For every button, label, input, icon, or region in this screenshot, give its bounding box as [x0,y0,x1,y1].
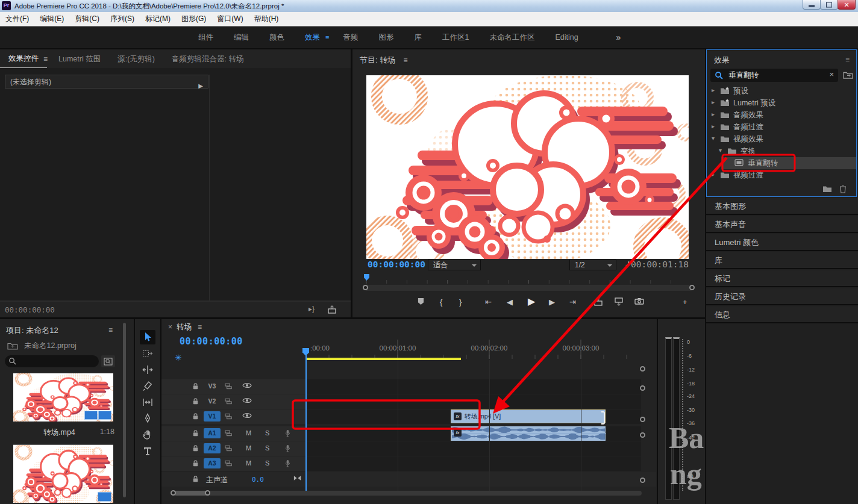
program-timecode[interactable]: 00:00:00:00 [368,260,425,269]
fit-icon[interactable] [293,475,302,481]
workspace-tab-6[interactable]: 库 [404,33,432,43]
track-header-A2[interactable]: A2MS [161,441,305,456]
go-to-in-button[interactable]: ⇤ [485,297,492,306]
workspace-tab-8[interactable]: 未命名工作区 [479,33,545,43]
zoom-handle-right[interactable] [205,490,210,496]
effects-tree-item-垂直翻转[interactable]: 垂直翻转 [707,157,856,169]
twirl-closed-icon[interactable]: ▸ [712,123,715,129]
effects-tree-item-音频效果[interactable]: ▸音频效果 [707,109,856,121]
sync-lock-icon[interactable] [224,459,233,467]
lock-icon[interactable] [192,412,199,420]
track-content-A3[interactable] [306,456,641,471]
lock-icon[interactable] [192,475,199,483]
track-scroll-handle[interactable] [640,366,645,372]
voiceover-mic-icon[interactable] [284,444,291,452]
track-target-A2[interactable]: A2 [204,443,221,453]
track-header-V1[interactable]: V1 [161,409,305,424]
project-breadcrumb[interactable]: 未命名12.prproj [7,341,77,351]
lock-icon[interactable] [192,444,199,452]
type-tool[interactable] [140,444,155,458]
minimize-button[interactable] [803,0,821,10]
sync-lock-icon[interactable] [224,444,233,452]
lock-icon[interactable] [192,429,199,437]
mark-out-button[interactable]: } [459,297,462,306]
panel-menu-icon[interactable]: ≡ [404,56,408,64]
solo-button[interactable]: S [265,429,269,437]
export-frame-icon[interactable] [327,305,337,314]
panel-tab-信息[interactable]: 信息 [706,306,858,323]
no-clip-selected-header[interactable]: (未选择剪辑) ▶ [5,75,208,89]
new-bin-icon[interactable] [822,185,832,193]
workspace-tab-0[interactable]: 组件 [188,33,224,43]
voiceover-mic-icon[interactable] [284,429,291,437]
workspace-tab-5[interactable]: 图形 [368,33,404,43]
effect-controls-tab-0[interactable]: 效果控件 [0,49,47,69]
menu-item-5[interactable]: 图形(G) [176,14,211,24]
track-content-A1[interactable]: fx [306,426,641,441]
project-scrollbar[interactable] [123,323,126,497]
toggle-track-output-icon[interactable] [242,412,252,418]
twirl-closed-icon[interactable]: ▸ [712,87,715,93]
panel-tab-Lumetri 颜色[interactable]: Lumetri 颜色 [706,234,858,251]
slip-tool[interactable] [140,395,155,409]
effects-tree-item-预设[interactable]: ▸预设 [707,85,856,97]
sync-lock-icon[interactable] [224,412,233,420]
timeline-video-clip[interactable]: fx转场.mp4 [V] [451,409,606,423]
selection-tool[interactable] [140,330,155,344]
workspace-tab-1[interactable]: 编辑 [224,33,259,43]
track-content-V1[interactable]: fx转场.mp4 [V] [306,409,641,424]
ripple-edit-tool[interactable] [140,362,155,377]
effects-tree-item-视频过渡[interactable]: ▸视频过渡 [707,169,856,181]
menu-item-0[interactable]: 文件(F) [0,14,34,24]
project-find-button[interactable] [101,355,115,367]
track-content-V3[interactable] [306,379,641,394]
program-video-frame[interactable] [366,75,689,259]
close-button[interactable]: ✕ [838,0,856,10]
effects-search-box[interactable]: × [710,69,838,82]
panel-menu-icon[interactable]: ≡ [108,326,113,334]
twirl-open-icon[interactable]: ▾ [712,135,715,142]
effect-controls-tab-3[interactable]: 音频剪辑混合器: 转场 [163,50,252,68]
panel-menu-icon[interactable]: ≡ [43,55,48,63]
panel-tab-基本声音[interactable]: 基本声音 [706,216,858,233]
panel-menu-icon[interactable]: ≡ [845,55,850,64]
panel-tab-历史记录[interactable]: 历史记录 [706,288,858,305]
project-search-input[interactable] [19,356,94,367]
solo-button[interactable]: S [265,444,269,452]
play-button[interactable]: ▶ [528,296,535,307]
workspace-tab-9[interactable]: Editing [545,33,588,42]
menu-item-3[interactable]: 序列(S) [105,14,140,24]
expand-arrow-icon[interactable]: ▶ [198,79,203,93]
track-scroll-handle[interactable] [640,432,645,438]
step-back-button[interactable]: ◀ [507,297,513,306]
menu-item-7[interactable]: 帮助(H) [249,14,284,24]
go-to-out-button[interactable]: ⇥ [569,297,576,306]
effects-tree-item-音频过渡[interactable]: ▸音频过渡 [707,121,856,133]
twirl-closed-icon[interactable]: ▸ [712,171,715,178]
track-header-V3[interactable]: V3 [161,379,305,394]
lock-icon[interactable] [192,382,199,390]
track-header-A3[interactable]: A3MS [161,456,305,471]
effects-tree-item-视频效果[interactable]: ▾视频效果 [707,133,856,145]
voiceover-mic-icon[interactable] [284,459,291,467]
mute-button[interactable]: M [246,459,251,467]
zoom-handle-left[interactable] [171,490,176,496]
hand-tool[interactable] [140,428,155,442]
track-select-forward-tool[interactable] [140,346,155,361]
scroll-handle-right[interactable] [689,285,695,290]
master-track-header[interactable]: 主声道0.0 [161,472,656,487]
menu-item-6[interactable]: 窗口(W) [211,14,248,24]
step-forward-button[interactable]: ▶ [549,297,555,306]
track-scroll-handle[interactable] [640,417,645,422]
add-button[interactable]: + [683,297,687,306]
clip-end-handle[interactable] [601,411,605,425]
program-mini-timeline[interactable] [364,274,694,284]
timeline-audio-clip[interactable]: fx [451,426,606,441]
track-target-V3[interactable]: V3 [204,381,221,391]
track-scroll-handle[interactable] [640,478,645,483]
extract-button[interactable] [614,297,624,306]
pen-tool[interactable] [140,411,155,426]
razor-tool[interactable] [140,379,155,393]
program-scrollbar[interactable] [364,285,694,291]
new-custom-bin-icon[interactable] [843,71,854,79]
